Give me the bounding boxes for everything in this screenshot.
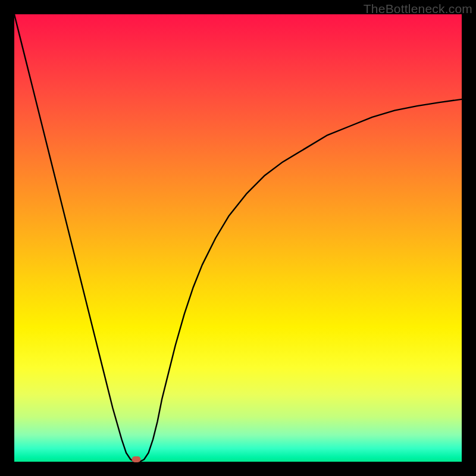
bottleneck-curve bbox=[14, 14, 462, 462]
chart-frame bbox=[14, 14, 462, 462]
curve-svg bbox=[14, 14, 462, 462]
optimal-point-marker bbox=[131, 456, 140, 462]
plot-area bbox=[14, 14, 462, 462]
watermark-text: TheBottleneck.com bbox=[364, 2, 472, 16]
